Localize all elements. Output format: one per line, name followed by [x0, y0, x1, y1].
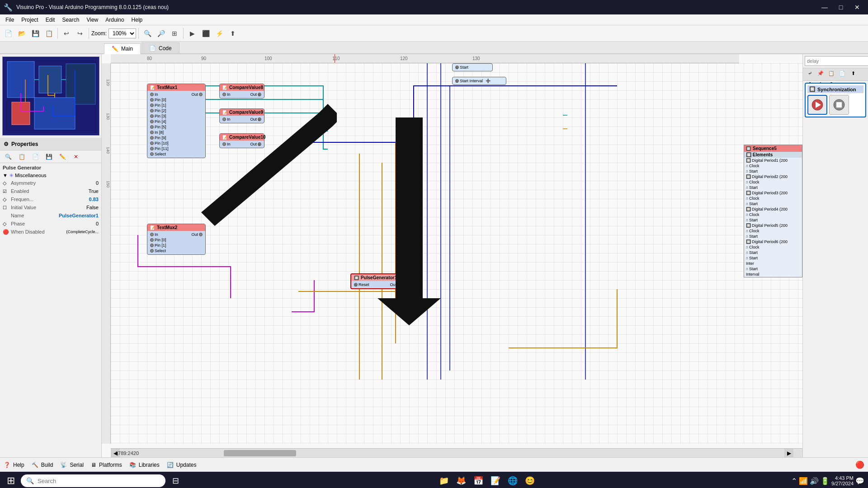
textmux1-pin0-dot[interactable]	[150, 98, 154, 102]
fit-button[interactable]: ⊞	[168, 27, 181, 40]
taskbar-firefox-btn[interactable]: 🦊	[454, 474, 468, 488]
open-button[interactable]: 📂	[15, 27, 28, 40]
status-libraries[interactable]: 📚 Libraries	[129, 462, 160, 468]
upload-button[interactable]: ⬆	[226, 27, 239, 40]
menu-edit[interactable]: Edit	[42, 16, 59, 24]
status-serial[interactable]: 📡 Serial	[60, 462, 84, 468]
taskbar-calendar-btn[interactable]: 📅	[471, 474, 486, 488]
textmux1-out-dot[interactable]	[199, 93, 203, 96]
menu-search[interactable]: Search	[58, 16, 83, 24]
cv8-in-dot[interactable]	[222, 93, 226, 96]
taskbar-wifi-icon[interactable]: 📶	[799, 477, 808, 485]
prop-btn-2[interactable]: 📋	[15, 150, 28, 163]
menu-project[interactable]: Project	[18, 16, 42, 24]
textmux2-in-dot[interactable]	[150, 233, 154, 236]
save-button[interactable]: 💾	[29, 27, 42, 40]
compile-button[interactable]: ⚡	[213, 27, 226, 40]
status-platforms[interactable]: 🖥 Platforms	[91, 462, 122, 468]
prop-btn-6[interactable]: ✕	[70, 150, 82, 163]
canvas-content[interactable]: 📝 TextMux1 In Out Pin [0]	[111, 63, 802, 444]
rp-btn-5[interactable]: ⬆	[848, 68, 858, 78]
textmux2-node[interactable]: 📝 TextMux2 In Out Pin [0]	[147, 224, 206, 255]
task-view-button[interactable]: ⊟	[168, 474, 183, 488]
zoom-in-button[interactable]: 🔍	[141, 27, 154, 40]
comparevalue9-node[interactable]: 📝 CompareValue9 In Out ⎍	[219, 108, 264, 123]
textmux1-pin9-dot[interactable]	[150, 136, 154, 140]
comparevalue10-node[interactable]: 📝 CompareValue10 In Out ⎍	[219, 133, 264, 148]
rp-btn-4[interactable]: 📄	[837, 68, 847, 78]
taskbar-chrome-btn[interactable]: 🌐	[505, 474, 520, 488]
undo-button[interactable]: ↩	[60, 27, 73, 40]
minimize-button[interactable]: —	[817, 0, 832, 14]
menu-arduino[interactable]: Arduino	[102, 16, 127, 24]
start-interval-node[interactable]: ⎍ Start Interval ➕	[452, 77, 506, 85]
taskbar-battery-icon[interactable]: 🔋	[821, 477, 830, 485]
textmux2-out-dot[interactable]	[199, 233, 203, 236]
cv9-out-dot[interactable]: ⎍	[258, 117, 261, 121]
rp-btn-3[interactable]: 📋	[826, 68, 836, 78]
taskbar-arrow-icon[interactable]: ⌃	[791, 477, 797, 485]
thumbnail-preview[interactable]	[2, 56, 99, 136]
textmux2-pin1-dot[interactable]	[150, 244, 154, 247]
redo-button[interactable]: ↪	[74, 27, 86, 40]
sync-icon-2[interactable]	[829, 95, 849, 115]
sync-icon-1[interactable]	[807, 95, 827, 115]
textmux2-select-dot[interactable]	[150, 249, 154, 253]
textmux1-pin5-dot[interactable]	[150, 125, 154, 129]
menu-view[interactable]: View	[83, 16, 102, 24]
menu-help[interactable]: Help	[128, 16, 146, 24]
tab-main[interactable]: ✏️ Main	[104, 43, 141, 54]
status-build[interactable]: 🔨 Build	[32, 462, 53, 468]
textmux1-node[interactable]: 📝 TextMux1 In Out Pin [0]	[147, 84, 206, 158]
cv10-out-dot[interactable]: ⎍	[258, 142, 261, 146]
textmux1-pin10-dot[interactable]	[150, 141, 154, 145]
tab-code[interactable]: 📄 Code	[142, 42, 179, 53]
prop-btn-4[interactable]: 💾	[42, 150, 55, 163]
start1-dot[interactable]: ⎍	[455, 66, 459, 69]
canvas-scrollbar-h[interactable]: ◀ ▶	[111, 448, 802, 457]
component-search-input[interactable]	[805, 56, 868, 66]
start-button[interactable]: ⊞	[4, 474, 18, 488]
taskbar-emoji-btn[interactable]: 😊	[523, 474, 537, 488]
textmux1-pin4-dot[interactable]	[150, 120, 154, 123]
save-as-button[interactable]: 📋	[42, 27, 55, 40]
cv9-in-dot[interactable]	[222, 117, 226, 121]
textmux1-in-dot[interactable]	[150, 93, 154, 96]
zoom-out-button[interactable]: 🔎	[155, 27, 167, 40]
status-updates[interactable]: 🔄 Updates	[167, 462, 197, 468]
new-button[interactable]: 📄	[2, 27, 14, 40]
prop-btn-3[interactable]: 📄	[29, 150, 42, 163]
sequence5-panel[interactable]: 🔲 Sequence5 🔲 Elements 🔲 Digital Period1…	[744, 145, 802, 277]
start-interval-dot[interactable]: ⎍	[455, 79, 459, 83]
zoom-select[interactable]: 100%	[108, 28, 136, 38]
cv10-in-dot[interactable]	[222, 142, 226, 146]
taskbar-speaker-icon[interactable]: 🔊	[810, 477, 819, 485]
textmux1-pin3-dot[interactable]	[150, 114, 154, 118]
comparevalue8-node[interactable]: 📝 CompareValue8 In Out ⎍	[219, 84, 264, 99]
pg1-out-dot[interactable]: ⎍	[397, 283, 401, 286]
scrollbar-thumb-h[interactable]	[224, 450, 296, 456]
start-node-1[interactable]: ⎍ Start	[452, 63, 493, 71]
rp-btn-1[interactable]: ⤶	[805, 68, 815, 78]
canvas-area[interactable]: 80 90 100 110 120 130 120 130 140 150	[102, 54, 802, 457]
pg1-reset-dot[interactable]: ⎍	[354, 283, 358, 286]
textmux2-pin0-dot[interactable]	[150, 238, 154, 242]
scroll-right-btn[interactable]: ▶	[784, 449, 793, 457]
taskbar-notification-icon[interactable]: 💬	[855, 477, 864, 485]
textmux1-select-dot[interactable]	[150, 152, 154, 156]
prop-btn-5[interactable]: ✏️	[56, 150, 69, 163]
textmux1-pin1-dot[interactable]	[150, 103, 154, 107]
time-display[interactable]: 4:43 PM 9/27/2024	[831, 475, 854, 486]
close-button[interactable]: ✕	[850, 0, 864, 14]
textmux1-pin11-dot[interactable]	[150, 147, 154, 150]
stop-button[interactable]: ⬛	[199, 27, 212, 40]
status-help[interactable]: ❓ Help	[4, 462, 24, 468]
textmux1-pin8-dot[interactable]	[150, 131, 154, 134]
menu-file[interactable]: File	[2, 16, 18, 24]
textmux1-pin2-dot[interactable]	[150, 109, 154, 113]
pulsegenerator1-node[interactable]: 🔲 PulseGenerator1 ⎍ Reset Out ⎍	[350, 273, 405, 289]
taskbar-notes-btn[interactable]: 📝	[488, 474, 503, 488]
rp-btn-2[interactable]: 📌	[816, 68, 826, 78]
maximize-button[interactable]: □	[834, 0, 848, 14]
prop-btn-1[interactable]: 🔍	[2, 150, 14, 163]
